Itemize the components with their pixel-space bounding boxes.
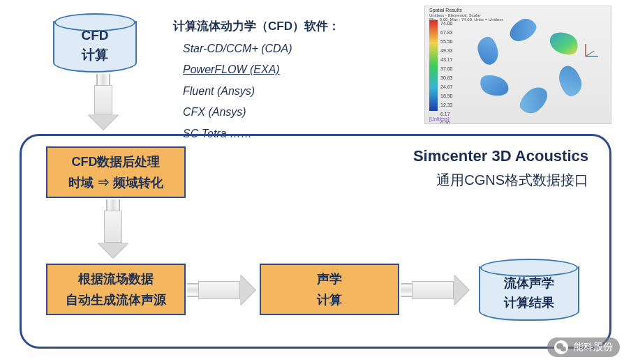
arrow-down-icon xyxy=(98,199,128,258)
cfd-title: CFD xyxy=(54,28,135,43)
software-item: CFX (Ansys) xyxy=(183,102,340,123)
blade-icon xyxy=(547,28,582,59)
arrow-down-icon xyxy=(88,74,119,130)
proc-cfd-postprocess: CFD数据后处理 时域 ⇒ 频域转化 xyxy=(46,146,186,198)
software-item: Star-CD/CCM+ (CDA) xyxy=(183,38,340,59)
result-cylinder: 流体声学 计算结果 xyxy=(479,266,579,321)
blade-icon xyxy=(556,63,584,98)
proc2-line2: 自动生成流体声源 xyxy=(47,291,184,308)
software-header: 计算流体动力学（CFD）软件： xyxy=(173,18,340,34)
result-line2: 计算结果 xyxy=(480,294,578,311)
cfd-cylinder: CFD 计算 xyxy=(53,21,137,73)
software-item: PowerFLOW (EXA) xyxy=(183,59,340,80)
container-subtitle: 通用CGNS格式数据接口 xyxy=(413,171,588,190)
thumb-footer: [Unitless] xyxy=(429,116,450,121)
software-list: Star-CD/CCM+ (CDA) PowerFLOW (EXA) Fluen… xyxy=(183,38,340,144)
proc3-line2: 计算 xyxy=(261,291,398,308)
container-title-block: Simcenter 3D Acoustics 通用CGNS格式数据接口 xyxy=(413,147,588,190)
result-line1: 流体声学 xyxy=(480,275,578,291)
proc2-line1: 根据流场数据 xyxy=(47,271,184,287)
blade-icon xyxy=(476,36,500,66)
watermark: 能科股份 xyxy=(547,338,620,357)
proc-generate-source: 根据流场数据 自动生成流体声源 xyxy=(46,264,186,315)
blade-icon xyxy=(516,82,553,118)
wechat-icon xyxy=(554,340,568,354)
color-legend xyxy=(429,20,438,111)
arrow-right-icon xyxy=(401,275,469,305)
axis-triad-icon xyxy=(580,41,601,62)
cfd-software-block: 计算流体动力学（CFD）软件： Star-CD/CCM+ (CDA) Power… xyxy=(173,18,340,144)
proc1-line2: 时域 ⇒ 频域转化 xyxy=(47,174,184,191)
proc1-line1: CFD数据后处理 xyxy=(47,153,184,170)
blade-icon xyxy=(477,72,511,100)
proc-acoustic-calc: 声学 计算 xyxy=(260,264,399,315)
proc3-line1: 声学 xyxy=(261,271,398,287)
legend-ticks: 74.00 67.83 55.50 49.33 43.17 37.00 30.8… xyxy=(440,19,453,124)
cfd-subtitle: 计算 xyxy=(54,46,135,64)
watermark-text: 能科股份 xyxy=(574,341,613,354)
thumb-title: Spatial Results xyxy=(429,8,462,13)
simulation-thumbnail: Spatial Results Unitless - Elemental, Sc… xyxy=(424,6,611,124)
container-title: Simcenter 3D Acoustics xyxy=(413,147,588,165)
svg-line-2 xyxy=(586,51,594,56)
arrow-right-icon xyxy=(187,275,255,305)
blade-icon xyxy=(506,15,540,45)
software-item: Fluent (Ansys) xyxy=(183,81,340,102)
